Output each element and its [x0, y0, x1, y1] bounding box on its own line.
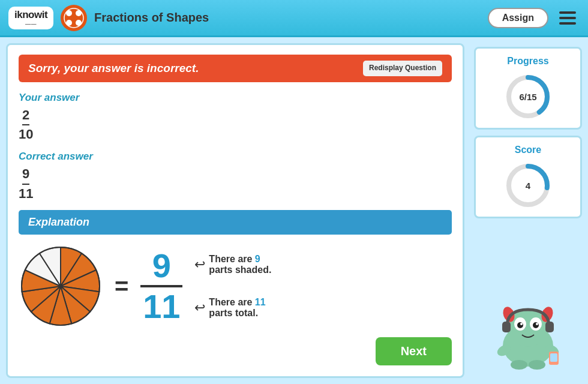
- numerator-label-text: There are 9parts shaded.: [209, 254, 271, 275]
- score-title: Score: [515, 145, 541, 155]
- big-denominator: 11: [143, 290, 180, 323]
- explanation-content: = 9 11 ↩ There are 9parts shaded. ↩: [19, 244, 452, 328]
- denominator-label-text: There are 11parts total.: [209, 297, 265, 319]
- hamburger-line-2: [559, 17, 576, 19]
- score-circle: 4: [504, 161, 552, 209]
- progress-text: 6/15: [519, 92, 536, 102]
- svg-point-27: [529, 360, 545, 370]
- big-fraction: 9 11: [140, 249, 182, 323]
- menu-button[interactable]: [556, 8, 580, 28]
- incorrect-text: Sorry, your answer is incorrect.: [28, 62, 199, 75]
- svg-rect-20: [502, 322, 511, 332]
- correct-answer-denominator: 11: [19, 185, 33, 202]
- your-answer-fraction: 2 10: [19, 107, 33, 143]
- your-answer-denominator: 10: [19, 125, 33, 142]
- your-answer-numerator: 2: [22, 107, 29, 125]
- main-layout: Sorry, your answer is incorrect. Redispl…: [0, 37, 588, 384]
- svg-rect-21: [545, 322, 554, 332]
- denominator-arrow: ↩: [194, 300, 205, 316]
- correct-answer-fraction: 9 11: [19, 166, 33, 202]
- score-text: 4: [526, 181, 530, 191]
- logo-text: iknowit: [14, 9, 47, 21]
- denominator-highlight: 11: [255, 297, 266, 307]
- score-section: Score 4: [474, 136, 582, 218]
- page-title: Fractions of Shapes: [94, 11, 481, 25]
- numerator-highlight: 9: [255, 254, 260, 264]
- pie-chart: [19, 244, 103, 328]
- app-icon: [61, 5, 87, 31]
- numerator-arrow: ↩: [194, 257, 205, 272]
- logo: iknowit ——: [8, 7, 53, 29]
- correct-answer-numerator: 9: [22, 166, 29, 184]
- explanation-header: Explanation: [19, 210, 452, 235]
- header: iknowit —— Fractions of Shapes Assign: [0, 0, 588, 37]
- svg-point-17: [536, 323, 538, 325]
- hamburger-line-1: [559, 11, 576, 14]
- your-answer-label: Your answer: [19, 92, 452, 104]
- svg-point-4: [76, 20, 82, 26]
- svg-point-2: [76, 10, 82, 16]
- sidebar: Progress 6/15 Score 4: [468, 37, 588, 384]
- svg-point-14: [517, 322, 523, 328]
- equals-sign: =: [115, 273, 128, 300]
- mascot-image: [489, 298, 567, 372]
- big-numerator: 9: [152, 249, 171, 283]
- progress-section: Progress 6/15: [474, 47, 582, 130]
- content-area: Sorry, your answer is incorrect. Redispl…: [6, 43, 464, 378]
- progress-title: Progress: [507, 56, 548, 67]
- fraction-labels: ↩ There are 9parts shaded. ↩ There are 1…: [194, 254, 271, 319]
- svg-point-1: [66, 10, 72, 16]
- redisplay-button[interactable]: Redisplay Question: [363, 61, 442, 76]
- assign-button[interactable]: Assign: [488, 8, 548, 28]
- logo-sub: ——: [25, 21, 37, 27]
- mascot-area: [489, 224, 567, 378]
- hamburger-line-3: [559, 22, 576, 25]
- incorrect-banner: Sorry, your answer is incorrect. Redispl…: [19, 55, 452, 82]
- svg-point-15: [533, 322, 539, 328]
- svg-point-3: [66, 20, 72, 26]
- next-button[interactable]: Next: [376, 337, 452, 365]
- progress-circle: 6/15: [504, 73, 552, 121]
- svg-point-16: [520, 323, 523, 325]
- svg-point-26: [511, 360, 527, 370]
- denominator-label-item: ↩ There are 11parts total.: [194, 297, 271, 319]
- correct-answer-label: Correct answer: [19, 151, 452, 163]
- numerator-label-item: ↩ There are 9parts shaded.: [194, 254, 271, 275]
- svg-rect-25: [550, 353, 557, 362]
